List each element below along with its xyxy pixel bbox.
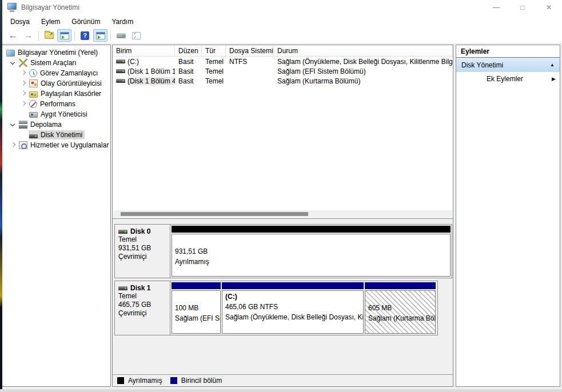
partition[interactable]: 605 MBSağlam (Kurtarma Bölümü) bbox=[365, 282, 436, 334]
scrollbar-thumb[interactable] bbox=[121, 212, 308, 216]
properties-list-button[interactable] bbox=[129, 29, 144, 42]
chevron-down-icon[interactable] bbox=[8, 58, 18, 68]
actions-pane: Eylemler Disk Yönetimi ▲ Ek Eylemler ▶ bbox=[456, 45, 560, 387]
eventlog-icon bbox=[29, 79, 38, 87]
forward-button[interactable]: → bbox=[21, 29, 35, 42]
volume-cell-tur: Temel bbox=[202, 58, 226, 66]
maximize-button[interactable]: □ bbox=[509, 0, 536, 15]
disk-drive-icon bbox=[116, 59, 125, 63]
tree-node[interactable]: Bilgisayar Yönetimi (Yerel) bbox=[6, 48, 100, 57]
tree-node[interactable]: Paylaşılan Klasörler bbox=[29, 89, 103, 98]
volume-cell-birim: (Disk 1 Bölüm 1) bbox=[113, 67, 175, 75]
disk-icon bbox=[29, 134, 38, 138]
menu-view[interactable]: Görünüm bbox=[66, 16, 106, 27]
partition-color-bar bbox=[365, 282, 436, 289]
volume-cell-birim: (C:) bbox=[113, 58, 175, 66]
chevron-right-icon[interactable] bbox=[18, 99, 29, 109]
tree-node[interactable]: Performans bbox=[29, 99, 78, 109]
show-console-tree-button[interactable] bbox=[57, 29, 71, 42]
sidebar-item-disk-management[interactable]: Disk Yönetimi bbox=[2, 130, 110, 140]
column-header-2[interactable]: Tür bbox=[202, 45, 226, 56]
close-button[interactable]: ✕ bbox=[536, 0, 562, 15]
help-icon: ? bbox=[81, 31, 89, 40]
menu-file[interactable]: Dosya bbox=[5, 16, 35, 27]
sidebar-item-performance[interactable]: Performans bbox=[2, 99, 110, 109]
volume-cell-tur: Temel bbox=[202, 77, 226, 85]
more-actions-label: Ek Eylemler bbox=[487, 75, 552, 83]
tree-node[interactable]: Sistem Araçları bbox=[18, 58, 79, 67]
desktop-bottom-strip bbox=[0, 389, 562, 392]
sidebar-item-system-tools[interactable]: Sistem Araçları bbox=[2, 58, 110, 68]
volume-row[interactable]: (Disk 1 Bölüm 4)BasitTemelSağlam (Kurtar… bbox=[113, 76, 453, 86]
computer-management-window: Bilgisayar Yönetimi — □ ✕ DosyaEylemGörü… bbox=[2, 0, 562, 389]
chevron-right-icon[interactable] bbox=[8, 140, 18, 150]
chevron-right-icon[interactable] bbox=[18, 89, 29, 99]
tree-node[interactable]: Depolama bbox=[18, 120, 64, 129]
partition-line: Sağlam (EFI Sistem Bölümü) bbox=[175, 313, 219, 323]
partition[interactable]: (C:)465,06 GB NTFSSağlam (Önyükleme, Dis… bbox=[222, 282, 364, 334]
disk-status: Çevrimiçi bbox=[118, 309, 170, 318]
computer-icon bbox=[6, 50, 15, 57]
console-button[interactable] bbox=[114, 29, 128, 42]
tree-node[interactable]: Disk Yönetimi bbox=[29, 130, 85, 139]
forward-arrow-icon: → bbox=[24, 31, 33, 40]
back-arrow-icon: ← bbox=[9, 31, 18, 40]
show-action-pane-button[interactable] bbox=[93, 29, 107, 42]
partition[interactable]: 100 MBSağlam (EFI Sistem Bölümü) bbox=[172, 282, 221, 334]
chevron-right-icon[interactable] bbox=[18, 78, 29, 89]
sidebar-item-event-viewer[interactable]: Olay Görüntüleyicisi bbox=[2, 78, 110, 89]
partition-color-bar bbox=[172, 226, 451, 233]
sidebar-item-task-scheduler[interactable]: Görev Zamanlayıcı bbox=[2, 68, 110, 78]
disk-0-row: Disk 0Temel931,51 GBÇevrimiçi931,51 GBAy… bbox=[114, 224, 452, 278]
chevron-placeholder bbox=[18, 130, 29, 140]
tree-node-label: Paylaşılan Klasörler bbox=[41, 90, 101, 98]
submenu-arrow-icon: ▶ bbox=[552, 76, 556, 82]
partition-line: Sağlam (Önyükleme, Disk Belleği Dosyası,… bbox=[225, 312, 362, 322]
chevron-right-icon[interactable] bbox=[18, 68, 29, 78]
disk-drive-icon bbox=[116, 69, 125, 73]
disk-0-label[interactable]: Disk 0Temel931,51 GBÇevrimiçi bbox=[115, 225, 170, 278]
volume-table-body: (C:)BasitTemelNTFSSağlam (Önyükleme, Dis… bbox=[113, 57, 453, 86]
disk-type: Temel bbox=[118, 292, 170, 301]
tree-node-label: Disk Yönetimi bbox=[41, 131, 82, 139]
volume-cell-birim: (Disk 1 Bölüm 4) bbox=[113, 77, 175, 85]
column-header-3[interactable]: Dosya Sistemi bbox=[226, 45, 274, 56]
volume-row[interactable]: (C:)BasitTemelNTFSSağlam (Önyükleme, Dis… bbox=[113, 57, 453, 66]
tree-node[interactable]: Görev Zamanlayıcı bbox=[29, 69, 100, 78]
column-header-0[interactable]: Birim bbox=[113, 45, 175, 56]
tree-node[interactable]: Aygıt Yöneticisi bbox=[29, 110, 90, 119]
minimize-button[interactable]: — bbox=[483, 0, 509, 15]
tree-node[interactable]: Olay Görüntüleyicisi bbox=[29, 79, 104, 88]
volume-row[interactable]: (Disk 1 Bölüm 1)BasitTemelSağlam (EFI Si… bbox=[113, 66, 453, 76]
menu-action[interactable]: Eylem bbox=[35, 16, 66, 27]
column-header-1[interactable]: Düzen bbox=[175, 45, 202, 56]
tree-node-label: Görev Zamanlayıcı bbox=[40, 69, 98, 77]
more-actions-item[interactable]: Ek Eylemler ▶ bbox=[456, 72, 560, 86]
chevron-down-icon[interactable] bbox=[8, 119, 18, 130]
disk-1-label[interactable]: Disk 1Temel465,75 GBÇevrimiçi bbox=[115, 281, 170, 335]
partition-info: 931,51 GBAyrılmamış bbox=[172, 234, 451, 277]
sidebar-item-services-and-applications[interactable]: Hizmetler ve Uygulamalar bbox=[2, 140, 110, 150]
sidebar-item-storage[interactable]: Depolama bbox=[2, 119, 110, 130]
horizontal-scrollbar[interactable] bbox=[113, 210, 452, 218]
actions-section-disk-management[interactable]: Disk Yönetimi ▲ bbox=[456, 58, 560, 72]
sidebar-item-device-manager[interactable]: Aygıt Yöneticisi bbox=[2, 109, 110, 119]
tree-node-label: Aygıt Yöneticisi bbox=[41, 110, 87, 118]
sidebar-item-computer-management-root[interactable]: Bilgisayar Yönetimi (Yerel) bbox=[2, 47, 110, 58]
title-bar: Bilgisayar Yönetimi — □ ✕ bbox=[2, 0, 562, 15]
column-header-4[interactable]: Durum bbox=[274, 45, 453, 56]
tree-node-label: Performans bbox=[40, 100, 75, 108]
partition[interactable]: 931,51 GBAyrılmamış bbox=[172, 226, 451, 277]
services-icon bbox=[19, 141, 27, 149]
collapse-section-icon[interactable]: ▲ bbox=[550, 62, 555, 67]
up-level-button[interactable] bbox=[42, 29, 56, 42]
clock-icon bbox=[29, 69, 37, 77]
menu-help[interactable]: Yardım bbox=[106, 16, 139, 27]
sidebar-item-shared-folders[interactable]: Paylaşılan Klasörler bbox=[2, 89, 110, 99]
help-button[interactable]: ? bbox=[78, 29, 92, 42]
disk-size: 465,75 GB bbox=[118, 301, 170, 309]
back-button[interactable]: ← bbox=[6, 29, 20, 42]
partition-info: 605 MBSağlam (Kurtarma Bölümü) bbox=[365, 290, 436, 334]
tree-node[interactable]: Hizmetler ve Uygulamalar bbox=[18, 141, 111, 150]
volume-cell-duzen: Basit bbox=[175, 58, 202, 66]
